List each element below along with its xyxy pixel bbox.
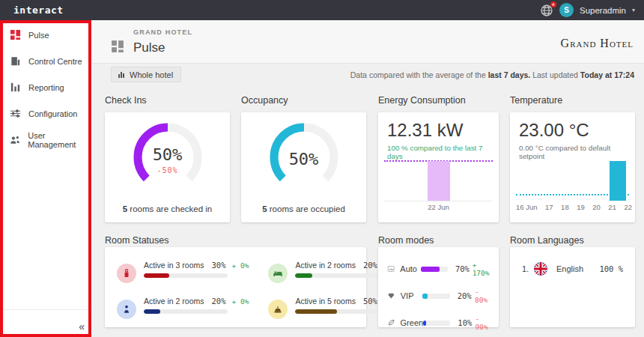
energy-baseline <box>384 201 493 201</box>
language-value: 100 % <box>599 264 623 273</box>
temperature-value: 23.00 °C <box>519 120 589 141</box>
status-value: 30% <box>212 261 226 270</box>
temperature-x-axis: 16 Jun 17 18 19 20 21 22 <box>516 203 632 211</box>
mode-value: 20% <box>458 291 473 300</box>
x-tick: 20 <box>592 203 601 211</box>
mode-label: VIP <box>401 291 422 300</box>
mode-value: 70% <box>455 264 471 273</box>
status-delta: + 0% <box>232 297 249 306</box>
energy-x-label: 22 Jun <box>378 203 499 211</box>
mode-bar-fill <box>422 294 428 299</box>
mode-delta: - 90% <box>475 315 491 331</box>
uk-flag-icon <box>534 262 547 276</box>
grand-hotel-logo: Grand Hotel <box>561 37 634 50</box>
status-bar-fill <box>144 309 160 314</box>
breadcrumb: GRAND HOTEL <box>133 28 192 36</box>
auto-mode-icon <box>387 264 395 274</box>
status-bar-track <box>144 273 228 278</box>
status-bar-fill <box>295 309 337 314</box>
status-label: Active in 2 rooms <box>295 261 356 270</box>
mode-label: Auto <box>400 264 421 273</box>
topbar-right: ✕ S Superadmin ▾ <box>540 3 635 17</box>
occupancy-card: 50% 5 rooms are occupied <box>241 112 366 222</box>
check-ins-caption: 5 rooms are checked in <box>105 204 230 213</box>
language-rank: 1. <box>522 264 534 273</box>
status-body: Active in 3 rooms 30% + 0% <box>144 261 249 283</box>
energy-subtitle: 100 % compared to the last 7 days <box>387 144 499 160</box>
user-name[interactable]: Superadmin <box>580 6 626 15</box>
mode-row-auto: Auto 70% + 170% <box>387 261 491 277</box>
card-title-check-ins: Check Ins <box>105 95 147 106</box>
scope-selector-label: Whole hotel <box>130 70 173 79</box>
mode-bar-track <box>423 321 450 326</box>
page-header: GRAND HOTEL Pulse Grand Hotel <box>92 20 644 64</box>
mode-delta: - 80% <box>475 288 491 304</box>
status-body: Active in 2 rooms 20% + 0% <box>144 297 249 319</box>
check-ins-caption-text: rooms are checked in <box>127 204 212 213</box>
user-management-icon <box>10 134 20 145</box>
language-globe-button[interactable]: ✕ <box>540 4 553 17</box>
status-bar-track <box>295 273 379 278</box>
room-statuses-card: Active in 3 rooms 30% + 0% Active in 2 r… <box>105 247 366 327</box>
sleep-status-icon <box>268 264 288 283</box>
reporting-icon <box>10 82 21 93</box>
card-title-energy: Energy Consumption <box>378 95 466 106</box>
pulse-dashboard: interact ✕ S Superadmin ▾ Pulse <box>0 0 644 337</box>
room-modes-card: Auto 70% + 170% VIP 20% - 80% <box>378 247 499 327</box>
card-title-room-languages: Room Languages <box>510 235 584 246</box>
check-ins-value: 50% <box>105 145 230 164</box>
temperature-card: 23.00 °C 0.00 °C compared to default set… <box>510 112 635 222</box>
sidebar-item-pulse[interactable]: Pulse <box>0 22 92 48</box>
pulse-icon <box>10 29 21 40</box>
configuration-icon <box>10 108 21 119</box>
service-bell-icon <box>268 300 288 319</box>
status-delta: + 0% <box>232 261 249 270</box>
status-grid: Active in 3 rooms 30% + 0% Active in 2 r… <box>105 247 366 319</box>
note-text: Data compared with the average of the <box>350 70 488 79</box>
status-value: 50% <box>363 297 377 306</box>
energy-bar <box>428 161 450 201</box>
status-value: 20% <box>212 297 226 306</box>
sidebar-item-configuration[interactable]: Configuration <box>0 100 92 127</box>
sidebar-nav: Pulse Control Centre Reporting Confi <box>0 20 92 153</box>
x-tick: 19 <box>577 203 585 211</box>
x-tick: 16 Jun <box>516 203 538 211</box>
interact-logo: interact <box>13 4 64 16</box>
scope-selector-button[interactable]: Whole hotel <box>111 67 181 82</box>
mode-delta: + 170% <box>473 261 491 277</box>
avatar[interactable]: S <box>559 3 574 17</box>
mode-bar-track <box>421 267 447 272</box>
energy-card: 12.31 kW 100 % compared to the last 7 da… <box>378 112 499 222</box>
card-title-room-statuses: Room Statuses <box>105 235 168 246</box>
language-row-english: 1. English 100 % <box>522 262 623 276</box>
status-item-housekeeping: Active in 2 rooms 20% + 0% <box>117 297 249 319</box>
sidebar-item-user-management[interactable]: User Management <box>0 127 92 153</box>
modes-body: Auto 70% + 170% VIP 20% - 80% <box>378 247 499 331</box>
housekeeping-icon <box>117 300 136 319</box>
mode-label: Green <box>401 318 424 327</box>
mode-bar-fill <box>423 321 426 326</box>
sidebar-item-control-centre[interactable]: Control Centre <box>0 48 92 74</box>
sidebar-item-label: Reporting <box>28 83 64 92</box>
chevron-down-icon[interactable]: ▾ <box>632 7 635 13</box>
mode-bar-track <box>422 294 450 299</box>
status-bar-fill <box>144 273 169 278</box>
top-bar: interact ✕ S Superadmin ▾ <box>0 0 644 20</box>
x-tick: 22 <box>624 203 632 211</box>
status-item-dnd: Active in 3 rooms 30% + 0% <box>117 261 249 283</box>
sidebar-collapse-button[interactable]: « <box>79 321 85 333</box>
dnd-icon <box>117 264 136 283</box>
status-value: 20% <box>363 261 377 270</box>
pulse-page-icon <box>111 40 124 53</box>
x-tick: 21 <box>608 203 616 211</box>
energy-value: 12.31 kW <box>387 120 463 141</box>
mode-bar-fill <box>421 267 440 272</box>
status-bar-fill <box>295 273 312 278</box>
sidebar-item-reporting[interactable]: Reporting <box>0 74 92 100</box>
x-tick: 18 <box>561 203 569 211</box>
check-ins-delta: -50% <box>105 166 230 174</box>
vip-icon <box>387 291 395 301</box>
room-languages-card: 1. English 100 % <box>510 247 635 327</box>
globe-alert-badge: ✕ <box>550 1 556 7</box>
main-area: GRAND HOTEL Pulse Grand Hotel Whole hote… <box>92 20 644 337</box>
